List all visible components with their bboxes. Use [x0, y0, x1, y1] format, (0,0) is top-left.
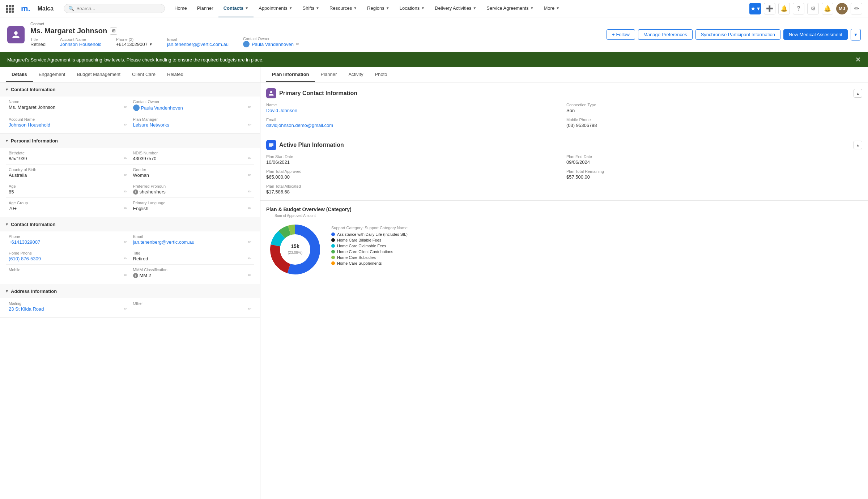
tab-planner[interactable]: Planner: [315, 67, 343, 82]
contact-share-icon[interactable]: ⊞: [110, 27, 117, 35]
contact-info2-header[interactable]: ▾ Contact Information: [0, 217, 260, 231]
nav-locations[interactable]: Locations ▼: [395, 0, 430, 17]
owner-edit-icon[interactable]: ✏: [296, 42, 299, 47]
personal-info-header[interactable]: ▾ Personal Information: [0, 134, 260, 148]
edit-title-icon[interactable]: ✏: [248, 256, 251, 261]
primary-contact-fields: Name David Johnson Connection Type Son E…: [266, 103, 862, 128]
nav-home[interactable]: Home: [169, 0, 192, 17]
plan-total-allocated: Plan Total Allocated $17,586.68: [266, 184, 562, 195]
address-header[interactable]: ▾ Address Information: [0, 284, 260, 298]
grid-menu-icon[interactable]: [6, 5, 14, 13]
new-medical-assessment-button[interactable]: New Medical Assessment: [783, 29, 848, 40]
tab-plan-info[interactable]: Plan Information: [266, 67, 315, 82]
legend-item: Home Care Supplements: [331, 261, 862, 265]
plan-total-approved: Plan Total Approved $65,000.00: [266, 169, 562, 180]
pronoun-info-icon[interactable]: i: [133, 189, 138, 195]
field-gender: Gender Woman ✏: [130, 165, 255, 181]
sync-button[interactable]: Synchronise Participant Information: [695, 29, 780, 40]
section-title: Contact Information: [11, 87, 56, 92]
contact-info-header[interactable]: ▾ Contact Information: [0, 82, 260, 97]
search-icon: 🔍: [68, 6, 74, 11]
search-input[interactable]: [76, 6, 160, 11]
nav-resources[interactable]: Resources ▼: [324, 0, 362, 17]
nav-more[interactable]: More ▼: [539, 0, 565, 17]
manage-preferences-button[interactable]: Manage Preferences: [638, 29, 693, 40]
owner-avatar: [243, 41, 250, 47]
notifications-btn[interactable]: 🔔: [822, 3, 833, 14]
plan-end-date: Plan End Date 09/06/2024: [566, 154, 862, 165]
edit-account-icon[interactable]: ✏: [124, 122, 127, 127]
alerts-btn[interactable]: 🔔: [778, 3, 790, 14]
tab-engagement[interactable]: Engagement: [33, 67, 71, 82]
nav-appointments[interactable]: Appointments ▼: [254, 0, 297, 17]
nav-delivery[interactable]: Delivery Activities ▼: [430, 0, 481, 17]
edit-mmm-icon[interactable]: ✏: [248, 273, 251, 278]
active-plan-section: Active Plan Information ▲ Plan Start Dat…: [260, 134, 868, 201]
plan-field-mobile: Mobile Phone (03) 95306798: [566, 118, 862, 128]
primary-contact-title: Primary Contact Information: [266, 88, 357, 98]
main-content: Details Engagement Budget Management Cli…: [0, 67, 868, 499]
chart-title: Plan & Budget Overview (Category): [266, 206, 862, 212]
legend-item: Assistance with Daily Life (Includes SIL…: [331, 232, 862, 236]
edit-home-phone-icon[interactable]: ✏: [124, 256, 127, 261]
edit-language-icon[interactable]: ✏: [248, 206, 251, 211]
field-row: Age 85 ✏ Preferred Pronoun i she/her/her…: [6, 181, 254, 197]
edit-phone-icon[interactable]: ✏: [124, 239, 127, 244]
nav-service[interactable]: Service Agreements ▼: [481, 0, 539, 17]
edit-ndis-icon[interactable]: ✏: [248, 156, 251, 161]
collapse-active-plan[interactable]: ▲: [854, 141, 862, 149]
edit-mailing-icon[interactable]: ✏: [124, 306, 127, 311]
edit-age-group-icon[interactable]: ✏: [124, 206, 127, 211]
left-tabs: Details Engagement Budget Management Cli…: [0, 67, 260, 82]
edit-mobile-icon[interactable]: ✏: [124, 273, 127, 278]
plan-start-date: Plan Start Date 10/06/2021: [266, 154, 562, 165]
top-bar: m. Maica 🔍 Home Planner Contacts ▼ Appoi…: [0, 0, 868, 17]
edit-plan-manager-icon[interactable]: ✏: [248, 122, 251, 127]
legend-item: Home Care Claimable Fees: [331, 244, 862, 248]
edit-name-icon[interactable]: ✏: [124, 105, 127, 110]
nav-shifts[interactable]: Shifts ▼: [298, 0, 324, 17]
tab-client-care[interactable]: Client Care: [126, 67, 161, 82]
field-other-address: Other ✏: [130, 298, 255, 315]
edit-icon[interactable]: ✏: [851, 3, 862, 14]
field-birthdate: Birthdate 8/5/1939 ✏: [6, 148, 130, 164]
edit-email-icon[interactable]: ✏: [248, 239, 251, 244]
svg-text:15k: 15k: [291, 243, 299, 249]
edit-birthdate-icon[interactable]: ✏: [124, 156, 127, 161]
phone-dropdown-icon[interactable]: ▼: [149, 42, 153, 46]
tab-budget[interactable]: Budget Management: [71, 67, 126, 82]
alert-close-button[interactable]: ✕: [855, 56, 861, 64]
field-country: Country of Birth Australia ✏: [6, 165, 130, 181]
edit-pronoun-icon[interactable]: ✏: [248, 189, 251, 194]
favorites-btn[interactable]: ★ ▾: [749, 3, 761, 14]
collapse-primary-contact[interactable]: ▲: [854, 89, 862, 98]
edit-age-icon[interactable]: ✏: [124, 189, 127, 194]
meta-account[interactable]: Account Name Johnson Household: [60, 37, 102, 47]
field-email: Email jan.tenenberg@vertic.com.au ✏: [130, 231, 255, 248]
section-title: Personal Information: [11, 138, 58, 144]
tab-photo[interactable]: Photo: [369, 67, 393, 82]
actions-dropdown-button[interactable]: ▼: [851, 29, 861, 40]
primary-contact-section: Primary Contact Information ▲ Name David…: [260, 82, 868, 134]
tab-activity[interactable]: Activity: [342, 67, 369, 82]
meta-email[interactable]: Email jan.tenenberg@vertic.com.au: [167, 37, 229, 47]
plan-field-email: Email davidjohnson.demo@gmail.com: [266, 118, 562, 128]
add-btn[interactable]: ➕: [764, 3, 775, 14]
user-avatar[interactable]: MJ: [836, 3, 848, 14]
edit-gender-icon[interactable]: ✏: [248, 172, 251, 178]
help-btn[interactable]: ?: [793, 3, 804, 14]
mmm-info-icon[interactable]: i: [133, 273, 138, 278]
nav-planner[interactable]: Planner: [192, 0, 218, 17]
edit-owner-icon[interactable]: ✏: [248, 105, 251, 110]
tab-details[interactable]: Details: [6, 67, 33, 82]
tab-related[interactable]: Related: [161, 67, 189, 82]
edit-country-icon[interactable]: ✏: [124, 172, 127, 178]
field-row: Name Ms. Margaret Johnson ✏ Contact Owne…: [6, 97, 254, 114]
settings-btn[interactable]: ⚙: [807, 3, 819, 14]
plan-total-remaining: Plan Total Remaining $57,500.00: [566, 169, 862, 180]
follow-button[interactable]: + Follow: [607, 29, 635, 40]
nav-regions[interactable]: Regions ▼: [362, 0, 395, 17]
nav-contacts[interactable]: Contacts ▼: [218, 0, 254, 17]
edit-other-address-icon[interactable]: ✏: [248, 306, 251, 311]
svg-text:(23.08%): (23.08%): [288, 251, 303, 255]
